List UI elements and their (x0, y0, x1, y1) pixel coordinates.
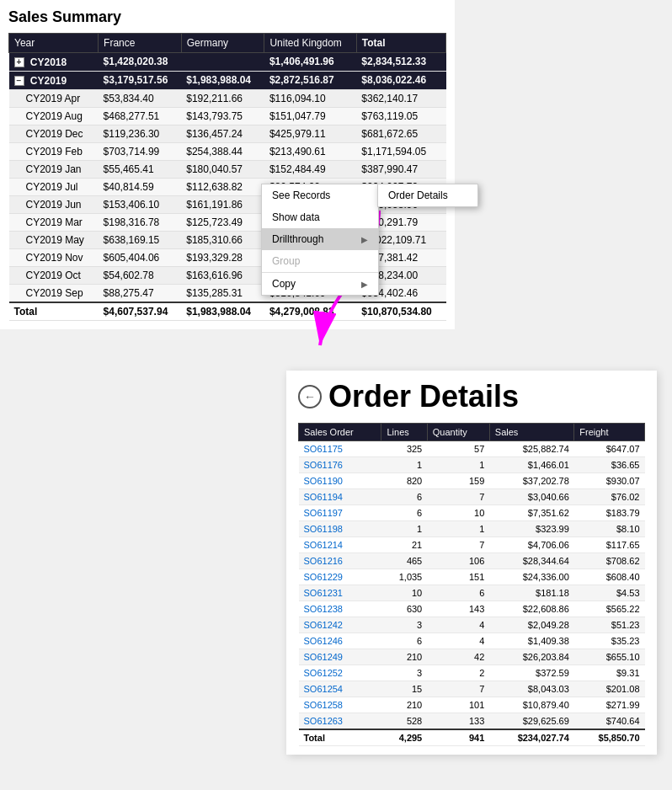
qty-cell: 1 (427, 457, 489, 473)
sales-cell: $10,879.40 (489, 697, 573, 713)
month-cell: CY2019 Feb (9, 142, 99, 160)
copy-submenu-arrow-icon: ▶ (361, 280, 368, 289)
month-cell: CY2019 Dec (9, 125, 99, 142)
france-cell: $88,275.47 (99, 284, 182, 302)
sales-cell: $22,608.86 (489, 601, 573, 617)
sales-summary-panel: Sales Summary Year France Germany United… (0, 0, 455, 329)
germany-cell: $254,388.44 (181, 142, 264, 160)
order-cell[interactable]: SO61263 (299, 713, 381, 730)
lines-cell: 6 (381, 489, 427, 505)
order-cell[interactable]: SO61194 (299, 489, 381, 505)
lines-cell: 1 (381, 457, 427, 473)
order-total-sales: $234,027.74 (489, 729, 573, 746)
qty-cell: 6 (427, 585, 489, 601)
germany-cell: $161,191.86 (181, 195, 264, 213)
france-cell: $1,428,020.38 (99, 53, 182, 72)
freight-cell: $608.40 (574, 569, 645, 585)
month-cell: CY2019 Jun (9, 195, 99, 213)
order-cell[interactable]: SO61176 (299, 457, 381, 473)
lines-cell: 15 (381, 681, 427, 697)
total-cell: $681,672.65 (356, 125, 445, 142)
germany-cell: $136,457.24 (181, 125, 264, 142)
germany-cell: $163,616.96 (181, 266, 264, 284)
order-cell[interactable]: SO61214 (299, 537, 381, 553)
order-cell[interactable]: SO61238 (299, 601, 381, 617)
order-details-table: Sales Order Lines Quantity Sales Freight… (298, 423, 645, 746)
freight-cell: $930.07 (574, 473, 645, 489)
germany-cell: $185,310.66 (181, 231, 264, 248)
freight-cell: $708.62 (574, 553, 645, 569)
table-row: SO61238 630 143 $22,608.86 $565.22 (299, 601, 645, 617)
expand-icon[interactable]: − (14, 76, 24, 86)
context-menu: See Records Show data Drillthrough ▶ Gro… (261, 184, 379, 296)
freight-cell: $271.99 (574, 697, 645, 713)
freight-cell: $51.23 (574, 617, 645, 633)
sales-cell: $3,040.66 (489, 489, 573, 505)
order-cell[interactable]: SO61190 (299, 473, 381, 489)
total-france: $4,607,537.94 (99, 302, 182, 321)
order-cell[interactable]: SO61254 (299, 681, 381, 697)
table-row: SO61249 210 42 $26,203.84 $655.10 (299, 649, 645, 665)
order-cell[interactable]: SO61249 (299, 649, 381, 665)
order-cell[interactable]: SO61216 (299, 553, 381, 569)
order-cell[interactable]: SO61246 (299, 633, 381, 649)
context-menu-item-copy[interactable]: Copy ▶ (262, 272, 378, 295)
year-cell[interactable]: − CY2019 (9, 71, 99, 89)
col-header-year: Year (9, 34, 99, 53)
sales-cell: $28,344.64 (489, 553, 573, 569)
table-row: SO61175 325 57 $25,882.74 $647.07 (299, 441, 645, 457)
order-cell[interactable]: SO61231 (299, 585, 381, 601)
germany-cell: $125,723.49 (181, 213, 264, 231)
order-cell[interactable]: SO61198 (299, 521, 381, 537)
sales-cell: $323.99 (489, 521, 573, 537)
sales-cell: $2,049.28 (489, 617, 573, 633)
drillthrough-submenu: Order Details (377, 184, 478, 207)
order-cell[interactable]: SO61229 (299, 569, 381, 585)
qty-cell: 7 (427, 537, 489, 553)
back-button[interactable]: ← (298, 385, 322, 408)
germany-cell (181, 53, 264, 72)
total-cell: $763,119.05 (356, 107, 445, 125)
panel-title: Sales Summary (8, 8, 446, 26)
order-cell[interactable]: SO61258 (299, 697, 381, 713)
month-cell: CY2019 Aug (9, 107, 99, 125)
col-header-france: France (99, 34, 182, 53)
sales-cell: $37,202.78 (489, 473, 573, 489)
sales-cell: $8,043.03 (489, 681, 573, 697)
lines-cell: 21 (381, 537, 427, 553)
uk-cell: $213,490.61 (264, 142, 356, 160)
context-menu-item-show-data[interactable]: Show data (262, 206, 378, 228)
order-cell[interactable]: SO61197 (299, 505, 381, 521)
lines-cell: 6 (381, 505, 427, 521)
freight-cell: $76.02 (574, 489, 645, 505)
lines-cell: 3 (381, 665, 427, 681)
sales-cell: $29,625.69 (489, 713, 573, 730)
france-cell: $119,236.30 (99, 125, 182, 142)
qty-cell: 57 (427, 441, 489, 457)
context-menu-item-drillthrough[interactable]: Drillthrough ▶ (262, 228, 378, 250)
drillthrough-order-details[interactable]: Order Details (378, 184, 477, 206)
table-row: SO61242 3 4 $2,049.28 $51.23 (299, 617, 645, 633)
year-label: CY2018 (30, 56, 67, 68)
context-menu-item-see-records[interactable]: See Records (262, 184, 378, 206)
sales-cell: $24,336.00 (489, 569, 573, 585)
col-header-uk: United Kingdom (264, 34, 356, 53)
lines-cell: 6 (381, 633, 427, 649)
month-cell: CY2019 Sep (9, 284, 99, 302)
uk-cell: $1,406,491.96 (264, 53, 356, 72)
order-cell[interactable]: SO61175 (299, 441, 381, 457)
order-cell[interactable]: SO61242 (299, 617, 381, 633)
germany-cell: $143,793.75 (181, 107, 264, 125)
france-cell: $153,406.10 (99, 195, 182, 213)
lines-cell: 325 (381, 441, 427, 457)
france-cell: $703,714.99 (99, 142, 182, 160)
total-uk: $4,279,008.83 (264, 302, 356, 321)
order-col-header-lines: Lines (381, 424, 427, 441)
table-row: SO61197 6 10 $7,351.62 $183.79 (299, 505, 645, 521)
total-cell: $362,140.17 (356, 89, 445, 107)
month-cell: CY2019 Mar (9, 213, 99, 231)
summary-table: Year France Germany United Kingdom Total… (8, 33, 446, 321)
order-cell[interactable]: SO61252 (299, 665, 381, 681)
year-cell[interactable]: + CY2018 (9, 53, 99, 72)
expand-icon[interactable]: + (14, 57, 24, 67)
